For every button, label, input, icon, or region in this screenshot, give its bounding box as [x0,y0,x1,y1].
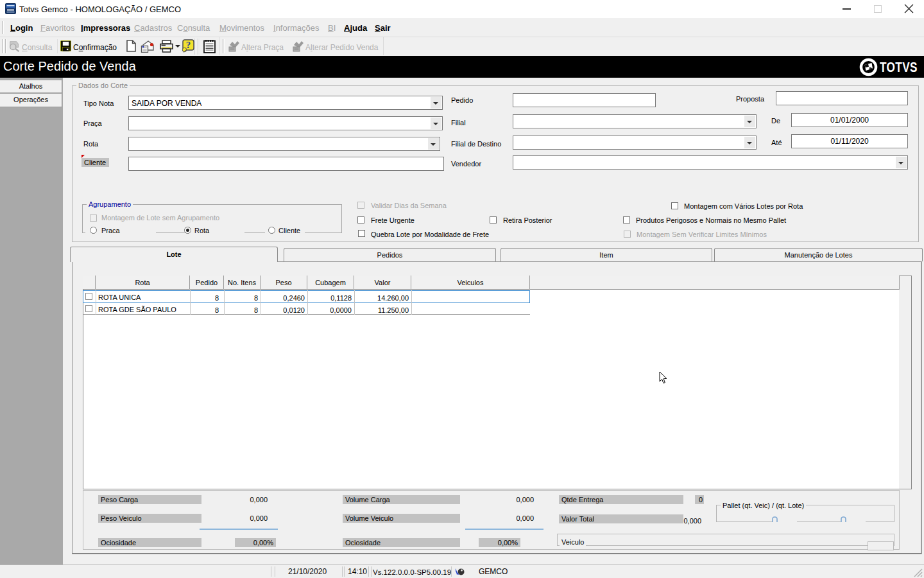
svg-text:?: ? [186,40,191,50]
